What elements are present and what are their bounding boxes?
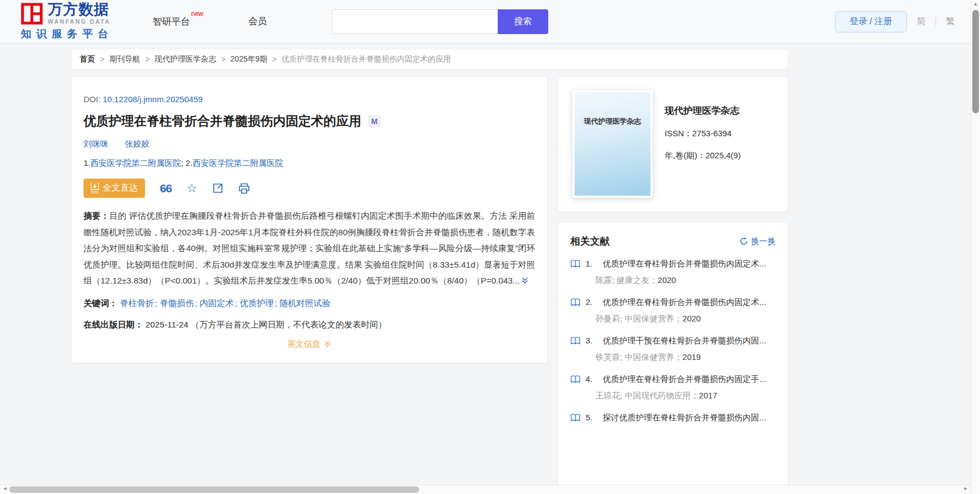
doi-row: DOI: 10.12208/j.jmnm.20250459 [83,95,535,104]
pubdate-value: 2025-11-24 [146,320,188,329]
keyword-link[interactable]: 优质护理 [240,298,274,308]
abstract-label: 摘要： [83,211,109,220]
export-share-icon[interactable] [212,182,224,194]
related-item-year: 2020 [682,314,700,323]
related-item-title[interactable]: 优质护理在脊柱骨折合并脊髓损伤内固定术... [603,259,766,269]
horizontal-scrollbar[interactable]: ◄ ► [0,485,980,494]
breadcrumb-home[interactable]: 首页 [80,54,95,64]
login-register-button[interactable]: 登录 / 注册 [835,11,907,32]
lang-divider [936,18,936,26]
breadcrumb-journal[interactable]: 现代护理医学杂志 [154,54,216,64]
related-item-num: 5. [586,413,598,422]
book-icon [570,298,581,308]
doi-label: DOI: [83,95,101,104]
journal-cover[interactable]: 现代护理医学杂志 [572,90,653,198]
volume-label: 年,卷(期)： [665,151,705,160]
chevron-double-down-icon [324,340,331,348]
pubdate-note: （万方平台首次上网日期，不代表论文的发表时间） [191,320,387,329]
breadcrumb-issue[interactable]: 2025年9期 [231,54,268,64]
page-content: 首页 > 期刊导航 > 现代护理医学杂志 > 2025年9期 > 优质护理在脊柱… [71,43,788,494]
english-info-toggle[interactable]: 英文信息 [83,339,535,349]
list-item: 4. 优质护理在脊柱骨折合并脊髓损伤内固定手... 王琼花; 中国现代药物应用；… [570,374,776,401]
abstract: 摘要：目的 评估优质护理在胸腰段脊柱骨折合并脊髓损伤后路椎弓根螺钉内固定术围手术… [83,208,535,290]
breadcrumb-separator: > [145,55,149,64]
related-item-meta: 铁芙蓉; 中国保健营养； [595,352,682,362]
site-header: 万方数据 WANFANG DATA 知识服务平台 智研平台new 会员 搜索 登… [0,0,980,43]
breadcrumb-separator: > [221,55,225,64]
related-item-meta: 孙曼莉; 中国保健营养； [595,314,682,323]
book-icon [570,375,581,385]
sidebar: 现代护理医学杂志 现代护理医学杂志 ISSN：2753-6394 年,卷(期)：… [558,77,788,494]
journal-volume-row: 年,卷(期)：2025,4(9) [665,151,740,161]
breadcrumb-current: 优质护理在脊柱骨折合并脊髓损伤内固定术的应用 [282,54,451,64]
search-input[interactable] [332,9,498,34]
list-item: 2. 优质护理在脊柱骨折合并脊髓损伤内固定术... 孙曼莉; 中国保健营养；20… [570,297,776,324]
vertical-scrollbar[interactable]: ▲ [971,0,980,494]
nav-item-zhiyan[interactable]: 智研平台new [153,15,202,28]
author-link[interactable]: 张姣姣 [125,139,149,149]
header-right: 登录 / 注册 简 繁 [835,11,955,32]
lang-traditional[interactable]: 繁 [946,16,955,27]
cite-icon[interactable]: 66 [160,183,171,194]
breadcrumb: 首页 > 期刊导航 > 现代护理医学杂志 > 2025年9期 > 优质护理在脊柱… [71,49,788,69]
related-item-title[interactable]: 探讨优质护理在脊柱骨折合并脊髓损伤内固... [603,413,766,423]
fulltext-button[interactable]: free 全文直达 [83,179,145,198]
breadcrumb-journal-nav[interactable]: 期刊导航 [109,54,140,64]
authors-row: 刘咪咪 张姣姣 [83,139,535,149]
related-item-title[interactable]: 优质护理在脊柱骨折合并脊髓损伤内固定手... [603,374,766,385]
keyword-link[interactable]: 随机对照试验 [280,298,331,308]
pubdate-label: 在线出版日期： [83,320,143,329]
related-card: 相关文献 换一换 1. 优质护理在脊柱骨折合并脊髓损伤内固定术... 陈露; 健… [558,223,788,494]
english-info-label: 英文信息 [287,339,320,349]
breadcrumb-separator: > [272,55,277,64]
volume-value: 2025,4(9) [705,151,740,160]
search-button[interactable]: 搜索 [498,9,548,34]
horizontal-scrollbar-thumb[interactable] [9,486,419,493]
new-badge: new [191,10,203,18]
nav-item-member[interactable]: 会员 [248,15,267,28]
affiliation-link[interactable]: 西安医学院第二附属医院 [192,158,283,168]
keyword-link[interactable]: 内固定术 [200,298,234,308]
keywords-label: 关键词： [83,298,118,308]
issn-value: 2753-6394 [692,129,732,138]
author-link[interactable]: 刘咪咪 [83,139,108,149]
related-item-year: 2019 [682,352,700,362]
list-item: 5. 探讨优质护理在脊柱骨折合并脊髓损伤内固... [570,413,776,424]
searchbar: 搜索 [332,9,548,34]
keyword-link[interactable]: 脊柱骨折 [120,298,154,308]
doi-link[interactable]: 10.12208/j.jmnm.20250459 [103,95,203,104]
scroll-up-arrow-icon[interactable]: ▲ [971,1,980,7]
related-item-year: 2017 [699,391,717,400]
keyword-sep: ; [235,298,240,308]
article-toolbar: free 全文直达 66 ☆ [83,179,535,198]
affiliation-num: 1. [83,158,91,168]
scroll-right-arrow-icon[interactable]: ► [961,486,970,491]
download-free-icon: free [91,183,99,194]
favorite-star-icon[interactable]: ☆ [186,183,197,194]
book-icon [570,336,581,347]
related-item-num: 3. [586,336,598,345]
affiliation-num: 2. [186,158,193,168]
lang-simplified[interactable]: 简 [917,16,926,27]
fulltext-label: 全文直达 [103,182,138,194]
refresh-related-button[interactable]: 换一换 [739,236,776,247]
book-icon [570,259,581,270]
refresh-icon [739,237,748,246]
keyword-link[interactable]: 脊髓损伤 [160,298,194,308]
vertical-scrollbar-thumb[interactable] [972,10,979,113]
wanfang-logo[interactable]: 万方数据 WANFANG DATA 知识服务平台 [21,2,113,41]
affiliation-link[interactable]: 西安医学院第二附属医院 [91,158,181,168]
main-nav: 智研平台new 会员 [153,15,267,28]
related-item-title[interactable]: 优质护理在脊柱骨折合并脊髓损伤内固定术... [603,297,766,308]
journal-name[interactable]: 现代护理医学杂志 [665,104,740,117]
related-item-title[interactable]: 优质护理干预在脊柱骨折合并脊髓损伤内固... [603,336,766,346]
issn-label: ISSN： [665,129,692,138]
abstract-expand-icon[interactable] [521,274,529,290]
related-item-num: 4. [586,374,598,384]
scroll-left-arrow-icon[interactable]: ◄ [1,486,9,491]
logo-en-text: WANFANG DATA [48,18,110,25]
journal-cover-title: 现代护理医学杂志 [584,116,641,196]
logo-tagline: 知识服务平台 [21,27,113,41]
print-icon[interactable] [238,183,250,194]
pubdate-row: 在线出版日期： 2025-11-24 （万方平台首次上网日期，不代表论文的发表时… [83,317,535,332]
